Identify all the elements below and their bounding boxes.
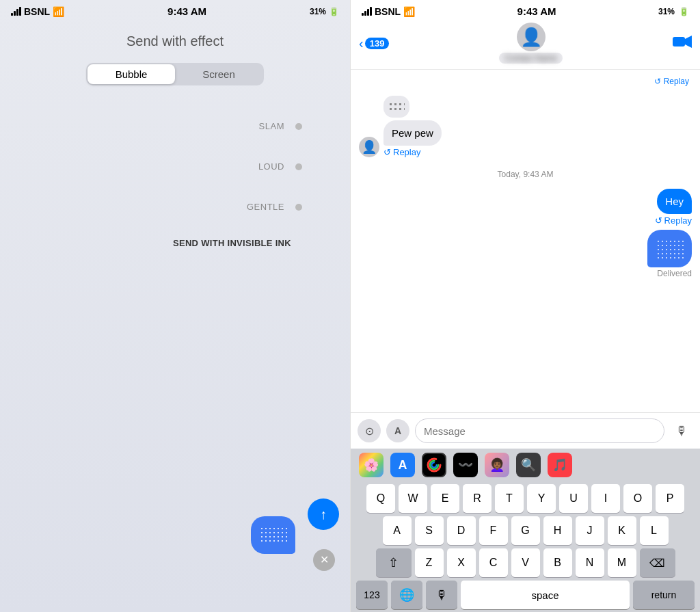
key-X[interactable]: X xyxy=(447,548,476,577)
globe-key[interactable]: 🌐 xyxy=(391,581,422,609)
back-chevron-icon: ‹ xyxy=(359,36,364,51)
pew-pew-bubble: Pew pew xyxy=(383,120,442,146)
key-N[interactable]: N xyxy=(576,548,604,577)
right-battery-percent: 31% xyxy=(658,7,675,16)
sender-avatar-icon: 👤 xyxy=(362,139,377,155)
numbers-key[interactable]: 123 xyxy=(356,581,388,609)
activity-app-icon[interactable] xyxy=(422,453,446,477)
send-arrow-icon: ↑ xyxy=(320,507,327,521)
battery-icon: 🔋 xyxy=(329,7,339,16)
top-replay-link[interactable]: ↺ Replay xyxy=(654,77,692,86)
hey-replay-icon: ↺ xyxy=(655,215,662,226)
screen-tab[interactable]: Screen xyxy=(175,64,262,84)
outgoing-hey-wrap: Hey ↺ Replay xyxy=(359,189,692,226)
back-button[interactable]: ‹ 139 xyxy=(359,36,389,51)
close-x-icon: ✕ xyxy=(320,555,329,566)
right-status-carrier: BSNL 📶 xyxy=(362,6,415,17)
memoji-app-icon[interactable]: 👩🏾‍🦱 xyxy=(485,453,509,477)
key-V[interactable]: V xyxy=(511,548,540,577)
left-status-battery: 31% 🔋 xyxy=(310,7,339,16)
key-H[interactable]: H xyxy=(543,516,572,545)
key-L[interactable]: L xyxy=(640,516,669,545)
video-call-button[interactable] xyxy=(673,35,692,52)
keyboard-row-1: Q W E R T Y U I O P xyxy=(353,484,697,513)
delivered-label: Delivered xyxy=(657,269,692,278)
top-replay-row: ↺ Replay xyxy=(359,77,692,89)
send-button[interactable]: ↑ xyxy=(308,498,339,530)
invisible-ink-effect-item[interactable]: SEND WITH INVISIBLE INK xyxy=(0,227,316,259)
gentle-dot xyxy=(295,204,302,211)
app-store-button[interactable]: A xyxy=(386,419,409,442)
wave-app-icon[interactable]: 〰️ xyxy=(453,453,478,477)
store-app-icon[interactable]: A xyxy=(390,453,415,477)
key-E[interactable]: E xyxy=(431,484,459,513)
photos-app-icon[interactable]: 🌸 xyxy=(359,453,383,477)
key-W[interactable]: W xyxy=(399,484,427,513)
key-Q[interactable]: Q xyxy=(366,484,395,513)
key-A[interactable]: A xyxy=(383,516,412,545)
camera-button[interactable]: ⊙ xyxy=(358,419,381,442)
keyboard-row-3: ⇧ Z X C V B N M ⌫ xyxy=(353,548,697,577)
right-battery-icon: 🔋 xyxy=(679,7,689,16)
svg-point-4 xyxy=(432,463,437,468)
key-F[interactable]: F xyxy=(479,516,508,545)
pew-pew-replay-label: Replay xyxy=(393,147,420,157)
key-J[interactable]: J xyxy=(576,516,604,545)
pew-pew-text: Pew pew xyxy=(392,127,433,139)
nav-center[interactable]: 👤 Contact Name xyxy=(499,23,563,64)
photos-icon: 🌸 xyxy=(364,457,379,473)
key-U[interactable]: U xyxy=(559,484,588,513)
key-Z[interactable]: Z xyxy=(415,548,444,577)
space-key[interactable]: space xyxy=(461,581,630,609)
message-badge: 139 xyxy=(365,38,390,49)
incoming-message-row: 👤 Pew pew ↺ Replay xyxy=(359,96,692,157)
key-D[interactable]: D xyxy=(447,516,476,545)
bubble-tab[interactable]: Bubble xyxy=(88,64,175,84)
avatar: 👤 xyxy=(517,23,546,51)
signal-icon xyxy=(11,7,21,16)
wifi-icon: 📶 xyxy=(53,6,64,17)
key-K[interactable]: K xyxy=(608,516,636,545)
effect-type-toggle[interactable]: Bubble Screen xyxy=(86,63,264,85)
hey-replay[interactable]: ↺ Replay xyxy=(655,215,692,226)
search-app-icon[interactable]: 🔍 xyxy=(516,453,541,477)
key-O[interactable]: O xyxy=(623,484,652,513)
ink-bubble-shape xyxy=(251,516,295,554)
key-C[interactable]: C xyxy=(479,548,508,577)
carrier-name: BSNL xyxy=(24,6,50,17)
right-status-bar: BSNL 📶 9:43 AM 31% 🔋 xyxy=(351,0,700,20)
shift-key[interactable]: ⇧ xyxy=(376,548,412,577)
loud-effect-item[interactable]: LOUD xyxy=(0,146,316,187)
message-input[interactable] xyxy=(415,418,664,443)
right-panel: BSNL 📶 9:43 AM 31% 🔋 ‹ 139 👤 Contact Nam… xyxy=(350,0,700,612)
music-icon: 🎵 xyxy=(552,457,567,473)
key-M[interactable]: M xyxy=(608,548,636,577)
key-R[interactable]: R xyxy=(463,484,492,513)
gentle-effect-item[interactable]: GENTLE xyxy=(0,187,316,227)
key-P[interactable]: P xyxy=(656,484,684,513)
backspace-key[interactable]: ⌫ xyxy=(640,548,675,577)
replay-icon: ↺ xyxy=(383,147,391,157)
search-icon: 🔍 xyxy=(521,457,536,473)
invisible-ink-preview xyxy=(251,516,295,554)
music-app-icon[interactable]: 🎵 xyxy=(548,453,572,477)
key-G[interactable]: G xyxy=(511,516,540,545)
send-effect-title: Send with effect xyxy=(126,34,224,49)
loud-dot xyxy=(295,163,302,170)
return-key[interactable]: return xyxy=(633,581,695,609)
app-store-icon: A xyxy=(394,425,401,436)
slam-dot xyxy=(295,123,302,130)
hey-bubble: Hey xyxy=(657,189,692,214)
key-Y[interactable]: Y xyxy=(527,484,556,513)
mic-button[interactable]: 🎙 xyxy=(670,419,693,442)
key-B[interactable]: B xyxy=(543,548,572,577)
slam-effect-item[interactable]: SLAM xyxy=(0,106,316,146)
key-S[interactable]: S xyxy=(415,516,444,545)
key-T[interactable]: T xyxy=(495,484,524,513)
slam-label: SLAM xyxy=(259,121,284,131)
close-button[interactable]: ✕ xyxy=(313,549,335,571)
keyboard-mic-key[interactable]: 🎙 xyxy=(426,581,457,609)
key-I[interactable]: I xyxy=(591,484,620,513)
left-status-time: 9:43 AM xyxy=(167,5,206,17)
pew-pew-replay[interactable]: ↺ Replay xyxy=(383,147,420,157)
